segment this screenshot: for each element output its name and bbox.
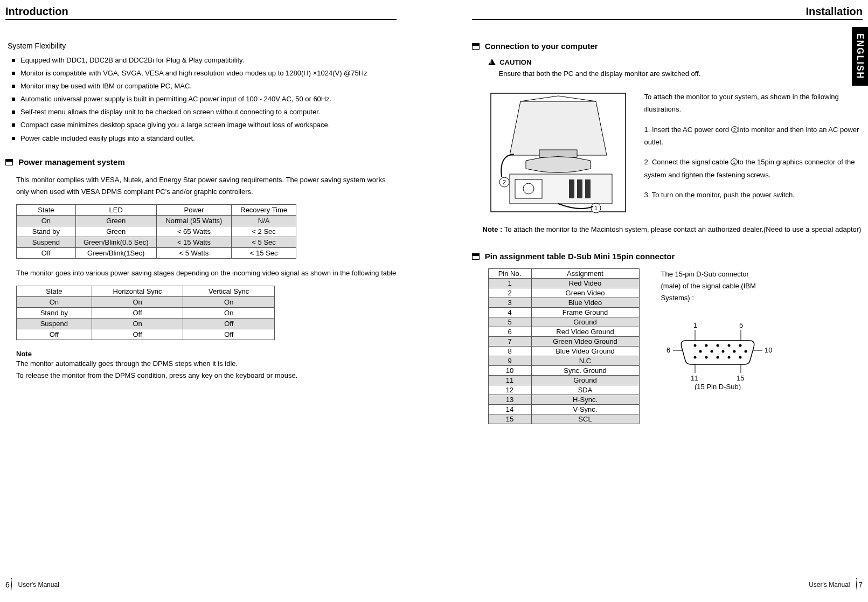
table-cell: 13: [488, 395, 531, 404]
right-footer: User's Manual 7: [804, 578, 863, 591]
svg-point-22: [710, 350, 713, 353]
svg-rect-6: [577, 179, 582, 198]
table-cell: Green: [75, 215, 156, 226]
right-page: Installation ENGLISH Connection to your …: [434, 0, 869, 602]
right-footer-label: User's Manual: [809, 581, 850, 589]
table-cell: Blue Video Ground: [531, 346, 639, 356]
table-header: State: [17, 286, 92, 296]
table-cell: Blue Video: [531, 297, 639, 307]
footer-divider-icon: [11, 578, 12, 591]
connection-title-text: Connection to your computer: [485, 41, 598, 51]
dsub-caption: (15 Pin D-Sub): [695, 383, 741, 390]
table-cell: < 15 Sec: [232, 247, 296, 258]
connection-title: Connection to your computer: [472, 41, 863, 51]
table-header: Vertical Sync: [183, 286, 275, 296]
table-cell: Green Video Ground: [531, 336, 639, 346]
table-row: 10Sync. Ground: [488, 365, 639, 375]
pin-assignment-table: Pin No.Assignment1Red Video2Green Video3…: [488, 268, 640, 424]
table-cell: < 65 Watts: [156, 226, 232, 237]
table-cell: N.C: [531, 356, 639, 365]
svg-point-27: [705, 356, 707, 359]
table-header: Recovery Time: [232, 204, 296, 215]
table-header: Pin No.: [488, 268, 531, 278]
table-cell: Off: [92, 329, 183, 340]
circled-1-icon: 1: [731, 158, 738, 165]
install-step-3: 3. To turn on the monitor, push the powe…: [644, 189, 863, 201]
table-cell: < 5 Watts: [156, 247, 232, 258]
table-cell: Off: [17, 329, 92, 340]
table-cell: < 2 Sec: [232, 226, 296, 237]
power-management-desc: This monitor complies with VESA, Nutek, …: [16, 174, 397, 198]
svg-point-29: [727, 356, 730, 359]
dpms-note-line2: To release the monitor from the DPMS con…: [16, 370, 397, 382]
table-cell: 3: [488, 297, 531, 307]
table-header: Horizontal Sync: [92, 286, 183, 296]
table-row: 1Red Video: [488, 278, 639, 288]
table-cell: Green: [75, 226, 156, 237]
caution-triangle-icon: [488, 59, 496, 65]
svg-point-30: [739, 356, 741, 359]
power-management-title-text: Power management system: [18, 157, 125, 167]
table-cell: Ground: [531, 375, 639, 385]
table-cell: < 5 Sec: [232, 237, 296, 247]
system-flexibility-item: Monitor may be used with IBM or compatib…: [12, 80, 397, 92]
pin-label-6: 6: [666, 346, 670, 354]
table-cell: 2: [488, 288, 531, 297]
mac-note-label: Note :: [483, 225, 503, 233]
table-cell: On: [92, 318, 183, 329]
table-row: 12SDA: [488, 385, 639, 395]
table-header: LED: [75, 204, 156, 215]
svg-point-17: [705, 344, 707, 347]
svg-rect-1: [539, 150, 577, 157]
left-page-number: 6: [5, 580, 10, 589]
table-cell: 11: [488, 375, 531, 385]
pin-label-15: 15: [737, 374, 744, 382]
table-cell: Stand by: [17, 307, 92, 318]
system-flexibility-item: Power cable included easily plugs into a…: [12, 133, 397, 144]
table-cell: 12: [488, 385, 531, 395]
pin-title: Pin assignment table D-Sub Mini 15pin co…: [472, 252, 863, 261]
table-row: 5Ground: [488, 317, 639, 327]
left-page: Introduction System Flexibility Equipped…: [0, 0, 434, 602]
table-row: Stand byOffOn: [17, 307, 275, 318]
table-cell: Suspend: [17, 237, 76, 247]
table-cell: Normal (95 Watts): [156, 215, 232, 226]
system-flexibility-item: Monitor is compatible with VGA, SVGA, VE…: [12, 67, 397, 79]
table-row: SuspendOnOff: [17, 318, 275, 329]
table-header: Power: [156, 204, 232, 215]
dsub-connector-diagram: 1 5 6 10: [661, 320, 774, 394]
table-row: 2Green Video: [488, 288, 639, 297]
right-page-header: Installation: [472, 5, 863, 20]
left-footer: 6 User's Manual: [5, 578, 64, 591]
table-cell: Off: [17, 247, 76, 258]
table-cell: 9: [488, 356, 531, 365]
table-cell: Red Video: [531, 278, 639, 288]
table-row: OffOffOff: [17, 329, 275, 340]
svg-text:1: 1: [594, 205, 597, 211]
table-cell: On: [17, 215, 76, 226]
table-cell: Sync. Ground: [531, 365, 639, 375]
caution-row: CAUTION: [488, 58, 863, 66]
table-cell: Red Video Ground: [531, 327, 639, 336]
table-row: 8Blue Video Ground: [488, 346, 639, 356]
system-flexibility-list: Equipped with DDC1, DDC2B and DDC2Bi for…: [12, 54, 397, 144]
mac-note: Note : To attach the monitor to the Maci…: [483, 224, 863, 236]
caution-label: CAUTION: [499, 58, 531, 66]
pin-label-5: 5: [739, 321, 743, 329]
table-header: Assignment: [531, 268, 639, 278]
table-cell: Suspend: [17, 318, 92, 329]
table-row: 15SCL: [488, 414, 639, 424]
table-cell: V-Sync.: [531, 404, 639, 414]
footer-divider-icon: [856, 578, 857, 591]
table-row: SuspendGreen/Blink(0.5 Sec)< 15 Watts< 5…: [17, 237, 296, 247]
install-row: 2 1 To attach the monitor to your system…: [488, 91, 863, 216]
connector-description: The 15-pin D-Sub connector (male) of the…: [661, 268, 769, 304]
svg-rect-3: [515, 179, 542, 198]
pin-label-1: 1: [693, 321, 697, 329]
table-cell: 15: [488, 414, 531, 424]
table-cell: SDA: [531, 385, 639, 395]
system-flexibility-item: Automatic universal power supply is buil…: [12, 93, 397, 105]
install-step1-a: 1. Insert the AC power cord: [644, 126, 731, 134]
svg-point-25: [744, 350, 747, 353]
system-flexibility-title: System Flexibility: [8, 41, 397, 50]
